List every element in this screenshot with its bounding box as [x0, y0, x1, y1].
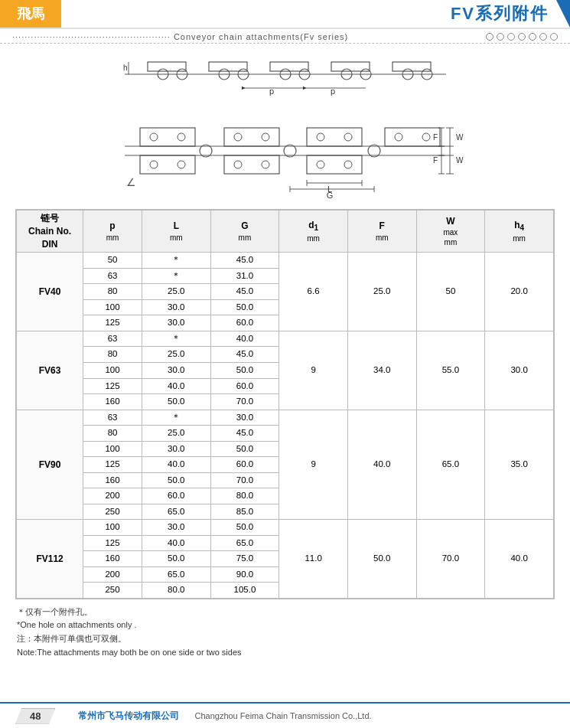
- cell-l: 65.0: [142, 504, 210, 520]
- svg-point-41: [262, 161, 269, 168]
- cell-p: 50: [83, 253, 142, 269]
- page-title: FV系列附件: [451, 2, 549, 25]
- cell-l: ＊: [142, 331, 210, 347]
- cell-g: 45.0: [210, 284, 279, 300]
- cell-p: 63: [83, 331, 142, 347]
- cell-f-fv112: 50.0: [347, 520, 416, 599]
- cell-p: 80: [83, 347, 142, 363]
- cell-p: 160: [83, 551, 142, 567]
- cell-l: 60.0: [142, 488, 210, 504]
- cell-l: 40.0: [142, 457, 210, 473]
- cell-l: 30.0: [142, 315, 210, 331]
- chain-group-fv40: FV40: [17, 253, 83, 331]
- footer-company-cn: 常州市飞马传动有限公司: [78, 710, 179, 723]
- svg-point-32: [344, 133, 352, 141]
- cell-l: ＊: [142, 410, 210, 426]
- cell-h4-fv112: 40.0: [485, 520, 554, 599]
- cell-g: 45.0: [210, 347, 279, 363]
- table-header-row: 链号 Chain No. DIN p mm L mm G mm d1: [17, 211, 554, 253]
- cell-l: 50.0: [142, 472, 210, 488]
- cell-l: 40.0: [142, 535, 210, 551]
- title-area: FV系列附件: [61, 0, 556, 28]
- svg-rect-33: [385, 128, 440, 146]
- diagram-area: p p h: [0, 44, 570, 203]
- cell-l: 50.0: [142, 394, 210, 410]
- chain-group-fv90: FV90: [17, 410, 83, 520]
- cell-p: 125: [83, 378, 142, 394]
- cell-d1-fv112: 11.0: [279, 520, 348, 599]
- svg-text:p: p: [330, 87, 334, 96]
- cell-f-fv63: 34.0: [347, 331, 416, 410]
- cell-p: 125: [83, 457, 142, 473]
- svg-text:G: G: [326, 191, 333, 200]
- cell-p: 250: [83, 504, 142, 520]
- svg-point-44: [344, 161, 352, 168]
- page-number: 48: [15, 708, 55, 724]
- svg-rect-24: [140, 128, 195, 146]
- cell-g: 50.0: [210, 299, 279, 315]
- cell-l: 30.0: [142, 363, 210, 379]
- table-row: FV112 100 30.0 50.0 11.0 50.0 70.0 40.0: [17, 520, 554, 536]
- svg-text:h: h: [123, 64, 128, 72]
- table-row: FV63 63 ＊ 40.0 9 34.0 55.0 30.0: [17, 331, 554, 347]
- cell-d1-fv90: 9: [279, 410, 348, 520]
- cell-d1-fv40: 6.6: [279, 253, 348, 331]
- sub-header: ········································…: [0, 29, 570, 44]
- cell-p: 160: [83, 394, 142, 410]
- cell-p: 100: [83, 363, 142, 379]
- svg-point-37: [150, 161, 158, 168]
- cell-l: 40.0: [142, 378, 210, 394]
- svg-rect-2: [209, 62, 247, 71]
- table-row: FV40 50 ＊ 45.0 6.6 25.0 50 20.0: [17, 253, 554, 269]
- cell-g: 90.0: [210, 566, 279, 583]
- svg-rect-42: [307, 155, 362, 174]
- cell-l: 30.0: [142, 299, 210, 315]
- cell-g: 45.0: [210, 426, 279, 442]
- svg-point-40: [234, 161, 242, 168]
- col-p-header: p mm: [83, 211, 142, 253]
- cell-p: 100: [83, 441, 142, 457]
- cell-h4-fv63: 30.0: [485, 331, 554, 410]
- svg-point-34: [395, 133, 402, 141]
- cell-g: 85.0: [210, 504, 279, 520]
- col-w-header: W max mm: [416, 211, 485, 253]
- note-line1-cn: ＊仅有一个附件孔。: [17, 606, 553, 619]
- chain-group-fv63: FV63: [17, 331, 83, 410]
- note-line2-cn: 注：本附件可单偶也可双侧。: [17, 632, 553, 646]
- cell-p: 63: [83, 268, 142, 284]
- svg-rect-27: [224, 128, 279, 146]
- svg-text:W: W: [456, 133, 464, 142]
- cell-g: 105.0: [210, 583, 279, 599]
- col-g-header: G mm: [210, 211, 279, 253]
- cell-p: 80: [83, 426, 142, 442]
- col-l-header: L mm: [142, 211, 210, 253]
- svg-point-31: [317, 133, 324, 141]
- col-h4-header: h4 mm: [485, 211, 554, 253]
- footer-company-en: Changzhou Feima Chain Transmission Co.,L…: [194, 711, 371, 720]
- cell-l: 80.0: [142, 583, 210, 599]
- svg-text:∠: ∠: [126, 176, 136, 188]
- svg-text:F: F: [433, 133, 438, 142]
- note-line1-en: *One hole on attachments only .: [17, 619, 553, 632]
- svg-point-28: [234, 133, 242, 141]
- svg-text:W: W: [456, 156, 464, 165]
- col-f-header: F mm: [347, 211, 416, 253]
- dot-4: [518, 33, 526, 41]
- dot-6: [539, 33, 547, 41]
- cell-w-fv63: 55.0: [416, 331, 485, 410]
- cell-l: 25.0: [142, 426, 210, 442]
- cell-p: 250: [83, 583, 142, 599]
- cell-p: 200: [83, 488, 142, 504]
- cell-p: 200: [83, 566, 142, 583]
- cell-g: 70.0: [210, 394, 279, 410]
- chain-top-diagram: p p h: [102, 50, 469, 96]
- svg-point-35: [422, 133, 430, 141]
- svg-point-25: [150, 133, 158, 141]
- sub-header-text: ········································…: [12, 32, 348, 41]
- svg-point-43: [317, 161, 324, 168]
- svg-point-29: [262, 133, 269, 141]
- cell-l: 50.0: [142, 551, 210, 567]
- cell-l: 30.0: [142, 441, 210, 457]
- logo: 飛馬: [0, 0, 61, 28]
- col-d1-header: d1 mm: [279, 211, 348, 253]
